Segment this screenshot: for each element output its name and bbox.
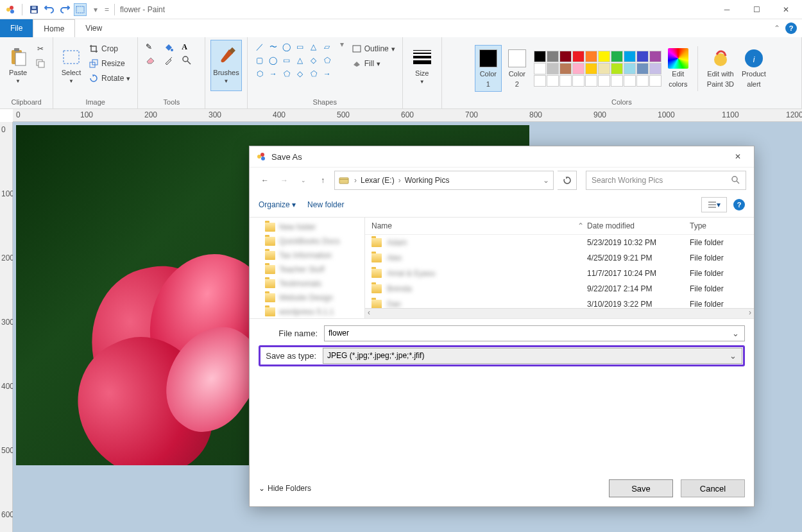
help-icon[interactable]: ? — [785, 22, 797, 34]
tree-item[interactable]: QuickBooks Docs — [250, 234, 364, 248]
palette-swatch[interactable] — [572, 75, 584, 87]
hide-folders-button[interactable]: ⌄ Hide Folders — [259, 484, 311, 493]
palette-swatch[interactable] — [649, 75, 661, 87]
palette-swatch[interactable] — [611, 51, 623, 62]
newfolder-button[interactable]: New folder — [307, 200, 344, 209]
color-palette[interactable] — [533, 49, 663, 88]
picker-tool[interactable] — [164, 55, 179, 65]
cancel-button[interactable]: Cancel — [681, 479, 745, 497]
dialog-close-button[interactable]: ✕ — [728, 152, 747, 161]
palette-swatch[interactable] — [585, 51, 597, 62]
select-button[interactable]: Select▼ — [58, 40, 84, 91]
palette-swatch[interactable] — [636, 63, 649, 74]
palette-swatch[interactable] — [624, 75, 636, 87]
address-bar[interactable]: › Lexar (E:) › Working Pics ⌄ — [334, 171, 554, 190]
col-name-header[interactable]: Name — [371, 221, 574, 230]
paste-button[interactable]: Paste▼ — [5, 40, 31, 91]
fill-tool[interactable] — [164, 42, 179, 53]
qat-dropdown-icon[interactable]: ▾ — [89, 3, 102, 16]
nav-recent-icon[interactable]: ⌄ — [296, 173, 311, 188]
redo-icon[interactable] — [58, 3, 71, 16]
resize-button[interactable]: Resize — [87, 57, 132, 70]
tree-item[interactable]: Website Design — [250, 291, 364, 305]
file-row[interactable]: Dan3/10/2019 3:22 PMFile folder — [365, 296, 754, 308]
close-button[interactable]: ✕ — [771, 0, 801, 19]
palette-swatch[interactable] — [585, 63, 597, 74]
tab-home[interactable]: Home — [33, 19, 75, 37]
rotate-button[interactable]: Rotate ▾ — [87, 72, 132, 85]
palette-swatch[interactable] — [611, 63, 623, 74]
eraser-tool[interactable] — [146, 55, 161, 65]
palette-swatch[interactable] — [636, 75, 649, 87]
select-qat-icon[interactable] — [74, 3, 87, 16]
palette-swatch[interactable] — [559, 63, 572, 74]
folder-tree[interactable]: New folderQuickBooks DocsTax Information… — [250, 218, 365, 318]
text-tool[interactable]: A — [182, 42, 197, 53]
save-button[interactable]: Save — [609, 479, 673, 497]
save-icon[interactable] — [28, 3, 40, 16]
palette-swatch[interactable] — [624, 51, 636, 62]
tree-item[interactable]: wordpress 5.1.1 — [250, 305, 364, 318]
fill-button[interactable]: Fill ▾ — [350, 57, 397, 70]
view-button[interactable]: ▾ — [701, 197, 727, 212]
palette-swatch[interactable] — [559, 75, 572, 87]
nav-back-icon[interactable]: ← — [257, 173, 273, 188]
palette-swatch[interactable] — [649, 51, 661, 62]
file-row[interactable]: Brenda9/22/2017 2:14 PMFile folder — [365, 281, 754, 296]
nav-forward-icon[interactable]: → — [277, 173, 292, 188]
magnifier-tool[interactable] — [182, 55, 197, 65]
palette-swatch[interactable] — [598, 75, 610, 87]
palette-swatch[interactable] — [598, 63, 610, 74]
palette-swatch[interactable] — [572, 63, 584, 74]
filename-input[interactable]: flower — [324, 325, 745, 341]
tree-item[interactable]: Testimonials — [250, 277, 364, 291]
file-list-header[interactable]: Name ⌃ Date modified Type — [365, 218, 754, 235]
breadcrumb-drive[interactable]: Lexar (E:) — [361, 176, 395, 185]
search-input[interactable]: Search Working Pics — [586, 171, 746, 190]
palette-swatch[interactable] — [559, 51, 572, 62]
tab-file[interactable]: File — [0, 19, 33, 37]
copy-button[interactable] — [33, 57, 47, 70]
color2-button[interactable]: Color2 — [504, 46, 530, 90]
palette-swatch[interactable] — [636, 51, 649, 62]
paint3d-button[interactable]: Edit withPaint 3D — [704, 43, 737, 94]
palette-swatch[interactable] — [547, 51, 559, 62]
palette-swatch[interactable] — [598, 51, 610, 62]
shapes-more-icon[interactable]: ▾ — [337, 40, 347, 49]
breadcrumb-folder[interactable]: Working Pics — [405, 176, 450, 185]
palette-swatch[interactable] — [611, 75, 623, 87]
outline-button[interactable]: Outline ▾ — [350, 42, 397, 55]
product-alert-button[interactable]: i Productalert — [739, 43, 769, 94]
palette-swatch[interactable] — [534, 75, 546, 87]
tree-item[interactable]: New folder — [250, 220, 364, 234]
palette-swatch[interactable] — [547, 75, 559, 87]
addr-dropdown-icon[interactable]: ⌄ — [543, 176, 549, 185]
col-type-header[interactable]: Type — [690, 221, 747, 230]
col-date-header[interactable]: Date modified — [587, 221, 690, 230]
dialog-help-icon[interactable]: ? — [733, 199, 745, 210]
file-row[interactable]: Adam5/23/2019 10:32 PMFile folder — [365, 235, 754, 250]
tab-view[interactable]: View — [75, 19, 112, 37]
palette-swatch[interactable] — [649, 63, 661, 74]
edit-colors-button[interactable]: Editcolors — [665, 43, 691, 94]
maximize-button[interactable]: ☐ — [742, 0, 771, 19]
color1-button[interactable]: Color1 — [475, 45, 502, 91]
file-row[interactable]: Amal & Eyasu11/7/2017 10:24 PMFile folde… — [365, 266, 754, 281]
horizontal-scrollbar[interactable] — [365, 308, 754, 318]
cut-button[interactable]: ✂ — [33, 42, 47, 55]
pencil-tool[interactable]: ✎ — [146, 42, 161, 53]
palette-swatch[interactable] — [624, 63, 636, 74]
tree-item[interactable]: Tax Information — [250, 248, 364, 262]
palette-swatch[interactable] — [547, 63, 559, 74]
savetype-select[interactable]: JPEG (*.jpg;*.jpeg;*.jpe;*.jfif) — [323, 348, 742, 364]
tree-item[interactable]: Teacher Stuff — [250, 262, 364, 277]
brushes-button[interactable]: Brushes▼ — [210, 40, 241, 91]
nav-up-icon[interactable]: ↑ — [315, 173, 330, 188]
palette-swatch[interactable] — [572, 51, 584, 62]
undo-icon[interactable] — [43, 3, 56, 16]
crop-button[interactable]: Crop — [87, 42, 132, 55]
shapes-gallery[interactable]: ／〜◯▭△▱ ▢◯▭△◇⬠ ⬡→⬠◇⬠→ — [253, 40, 334, 81]
minimize-button[interactable]: ─ — [712, 0, 742, 19]
organize-button[interactable]: Organize ▾ — [259, 200, 296, 209]
collapse-ribbon-icon[interactable]: ⌃ — [774, 24, 780, 33]
